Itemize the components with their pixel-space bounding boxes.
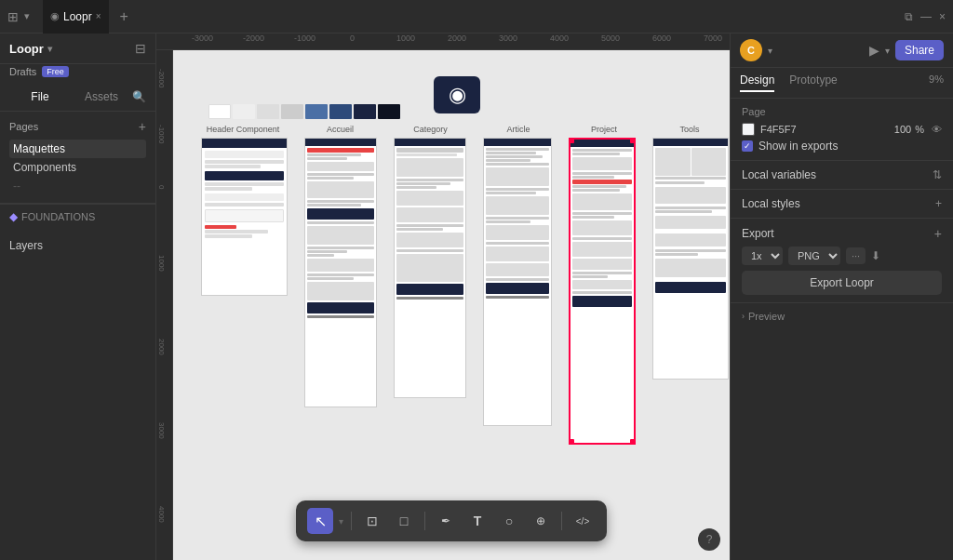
frame-labels-row: Header Component Accueil Category Articl… xyxy=(201,125,722,134)
close-window-icon[interactable]: × xyxy=(939,10,946,23)
frame-tool-button[interactable]: ⊡ xyxy=(359,508,385,534)
play-more-icon[interactable]: ▾ xyxy=(885,46,890,56)
project-name[interactable]: Loopr ▾ xyxy=(9,42,52,56)
page-item-components[interactable]: Components xyxy=(9,158,146,177)
text-tool-button[interactable]: T xyxy=(464,508,490,534)
add-page-button[interactable]: + xyxy=(139,119,146,134)
canvas-area[interactable]: -3000 -2000 -1000 0 1000 2000 3000 4000 … xyxy=(156,33,730,560)
export-scale-select[interactable]: 1x 2x 3x xyxy=(742,247,783,265)
logo-frame: ◉ xyxy=(434,76,480,113)
components-tool-button[interactable]: ⊕ xyxy=(528,508,554,534)
top-bar: ⊞ ▾ ◉ Loopr × + ⧉ — × xyxy=(0,0,953,33)
export-format-select[interactable]: PNG JPG SVG PDF xyxy=(788,247,840,265)
ruler-mark: 5000 xyxy=(601,33,620,43)
pages-header: Pages + xyxy=(9,119,146,134)
active-tab[interactable]: ◉ Loopr × xyxy=(43,0,109,33)
swatch-7 xyxy=(378,104,400,119)
help-button[interactable]: ? xyxy=(698,528,720,551)
tab-assets[interactable]: Assets xyxy=(71,88,132,105)
preview-toggle[interactable]: › Preview xyxy=(742,311,942,322)
top-bar-left: ⊞ ▾ ◉ Loopr × + xyxy=(7,0,134,33)
minimize-icon[interactable]: — xyxy=(920,10,932,23)
add-local-style-button[interactable]: + xyxy=(935,197,942,210)
ruler-mark-left: 0 xyxy=(157,185,166,189)
rectangle-tool-button[interactable]: □ xyxy=(391,508,417,534)
swatch-4 xyxy=(305,104,328,119)
page-section: Page F4F5F7 100 % 👁 ✓ Show in exports xyxy=(731,99,953,161)
page-color-value: F4F5F7 xyxy=(760,124,797,135)
export-loopr-button[interactable]: Export Loopr xyxy=(742,271,942,295)
design-prototype-tabs: Design Prototype 9% xyxy=(731,68,953,99)
play-button[interactable]: ▶ xyxy=(869,43,879,58)
foundations-item[interactable]: ◆ FOUNDATIONS xyxy=(0,204,155,229)
frame-article[interactable] xyxy=(483,138,552,426)
tab-prototype[interactable]: Prototype xyxy=(789,73,837,92)
ruler-left: -2000 -1000 0 1000 2000 3000 4000 xyxy=(156,50,173,560)
swatch-3 xyxy=(281,104,303,119)
preview-label: Preview xyxy=(748,311,785,322)
logo-symbol: ◉ xyxy=(449,83,466,107)
swatch-white xyxy=(208,104,231,119)
frame-header-component[interactable] xyxy=(201,138,288,296)
swatch-2 xyxy=(257,104,279,119)
foundations-label: FOUNDATIONS xyxy=(21,211,95,222)
local-styles-label: Local styles xyxy=(742,197,800,210)
tab-close-button[interactable]: × xyxy=(96,11,101,21)
left-sidebar: Loopr ▾ ⊟ Drafts Free File Assets 🔍 Page… xyxy=(0,33,156,560)
page-color-row: F4F5F7 100 % 👁 xyxy=(742,123,942,136)
avatar: C xyxy=(740,39,762,61)
new-tab-button[interactable]: + xyxy=(114,8,134,25)
canvas-content[interactable]: ◉ Header Component Accueil Category Arti… xyxy=(173,50,730,560)
code-tool-button[interactable]: </> xyxy=(570,508,596,534)
local-variables-icon[interactable]: ⇅ xyxy=(933,168,942,181)
tab-design[interactable]: Design xyxy=(740,73,774,92)
layers-title: Layers xyxy=(9,239,43,252)
bottom-toolbar: ↖ ▾ ⊡ □ ✒ T ○ ⊕ </> xyxy=(296,500,607,541)
top-bar-right: ⧉ — × xyxy=(905,10,946,23)
swatch-6 xyxy=(354,104,376,119)
frame-label-project: Project xyxy=(571,125,637,134)
sidebar-project-header: Loopr ▾ ⊟ xyxy=(0,33,155,64)
ruler-mark-left: -2000 xyxy=(157,69,166,87)
ruler-mark: -2000 xyxy=(243,33,264,43)
right-top-bar: C ▾ ▶ ▾ Share xyxy=(731,33,953,68)
frame-accueil[interactable] xyxy=(304,138,377,407)
file-assets-tabs: File Assets 🔍 xyxy=(0,83,155,112)
export-download-icon[interactable]: ⬇ xyxy=(871,249,880,262)
local-variables-section: Local variables ⇅ xyxy=(731,161,953,190)
main-area: Loopr ▾ ⊟ Drafts Free File Assets 🔍 Page… xyxy=(0,33,953,560)
help-icon: ? xyxy=(706,533,713,546)
frame-category[interactable] xyxy=(394,138,466,398)
frame-label-tools: Tools xyxy=(657,125,722,134)
page-color-swatch[interactable] xyxy=(742,123,755,136)
frame-label-category: Category xyxy=(396,125,465,134)
export-section: Export + 1x 2x 3x PNG JPG SVG PDF ··· ⬇ … xyxy=(731,219,953,303)
select-tool-button[interactable]: ↖ xyxy=(307,508,333,534)
eye-icon[interactable]: 👁 xyxy=(932,124,942,135)
page-item-maquettes[interactable]: Maquettes xyxy=(9,140,146,158)
pages-title: Pages xyxy=(9,121,38,132)
toolbar-separator-3 xyxy=(561,512,562,530)
tab-file[interactable]: File xyxy=(9,88,71,105)
ruler-mark: -1000 xyxy=(294,33,315,43)
drafts-row: Drafts Free xyxy=(0,64,155,83)
restore-icon[interactable]: ⧉ xyxy=(905,10,913,23)
app-logo-icon: ⊞ xyxy=(7,9,19,24)
shape-tool-button[interactable]: ○ xyxy=(496,508,522,534)
show-exports-checkbox[interactable]: ✓ xyxy=(742,140,753,152)
frame-project[interactable] xyxy=(569,138,636,445)
add-export-button[interactable]: + xyxy=(934,226,942,241)
search-icon[interactable]: 🔍 xyxy=(132,90,146,103)
right-sidebar: C ▾ ▶ ▾ Share Design Prototype 9% Page F… xyxy=(730,33,953,560)
share-button[interactable]: Share xyxy=(895,40,944,60)
avatar-dropdown-icon[interactable]: ▾ xyxy=(768,46,772,56)
export-more-button[interactable]: ··· xyxy=(846,247,866,264)
ruler-mark: 3000 xyxy=(499,33,517,43)
ruler-mark-left: 3000 xyxy=(157,422,166,439)
local-variables-row: Local variables ⇅ xyxy=(742,168,942,181)
layout-toggle-icon[interactable]: ⊟ xyxy=(135,41,146,56)
pen-tool-button[interactable]: ✒ xyxy=(433,508,459,534)
menu-icon[interactable]: ▾ xyxy=(24,10,30,22)
frame-label-accueil: Accueil xyxy=(305,125,375,134)
frame-tools[interactable] xyxy=(652,138,729,380)
